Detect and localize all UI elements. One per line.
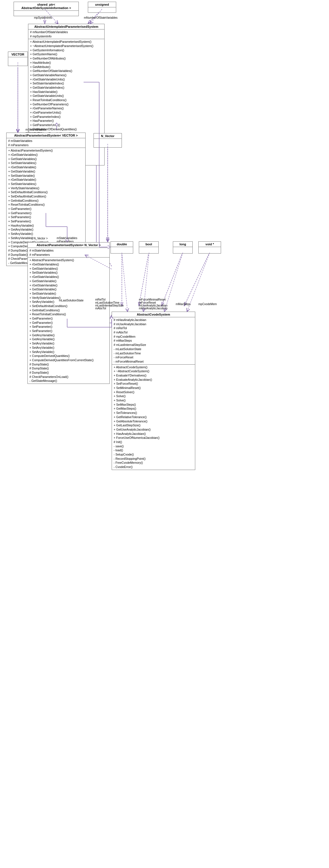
vector-section <box>8 57 28 66</box>
shared-ptr-box: shared_ptr< AbstractOdeSystemInformation… <box>13 2 79 16</box>
double-box: double <box>111 241 133 253</box>
unsigned-section <box>88 7 116 12</box>
void-ptr-section <box>199 247 221 253</box>
mMaxSteps-label: mMaxSteps <box>176 303 191 306</box>
aps-nvector-methods: + AbstractParameterisedSystem() + rGetSt… <box>28 257 109 383</box>
aps-vector-fields: # mStateVariables # mParameters <box>6 138 85 148</box>
bool-section <box>139 247 158 253</box>
abstract-cvode-title: AbstractCvodeSystem <box>112 312 195 317</box>
n-vector-label: < N_Vector > <box>31 237 48 240</box>
shared-ptr-title: shared_ptr< AbstractOdeSystemInformation… <box>14 2 79 11</box>
long-title: long <box>173 242 192 247</box>
vector-title: VECTOR <box>8 52 28 57</box>
svg-line-34 <box>122 253 127 312</box>
double-section <box>111 247 133 253</box>
mAbsTol-label: mAbsTol <box>95 307 106 310</box>
mForceMinimalReset-label: mForceMinimalReset <box>139 298 166 301</box>
bool-title: bool <box>139 242 158 247</box>
mpSystemInfo-label: mpSystemInfo <box>34 16 52 19</box>
double-title: double <box>111 242 133 247</box>
aps-nvector-title: AbstractParameterisedSystem< N_Vector > <box>28 243 109 248</box>
unsigned-title: unsigned <box>88 2 116 7</box>
n-vector-section <box>94 139 122 147</box>
mRelTol-label: mRelTol <box>95 298 106 301</box>
unsigned-box: unsigned <box>88 2 116 13</box>
mLastSolutionState-label: mLastSolutionState <box>59 299 84 302</box>
n-vector-title: N_Vector <box>94 133 122 139</box>
abstract-cvode-methods: + AbstractCvodeSystem() + ~AbstractCvode… <box>112 365 195 470</box>
mStateVariables-label: mStateVariables <box>26 128 46 131</box>
abstract-cvode-system-box: AbstractCvodeSystem # mHasAnalyticJacobi… <box>112 312 195 470</box>
svg-line-16 <box>184 252 210 306</box>
void-ptr-box: void * <box>198 241 221 253</box>
n-vector-box: N_Vector <box>93 133 122 148</box>
abstract-cvode-fields: # mHasAnalyticJacobian # mUseAnalyticJac… <box>112 317 195 365</box>
mHasAnalyticJacobian-label: mHasAnalyticJacobian <box>139 307 168 310</box>
long-box: long <box>173 241 193 253</box>
mStateVariables2-label: mStateVariables <box>57 237 77 240</box>
vector-box: VECTOR <box>8 52 28 66</box>
aps-vector-title: AbstractParameterisedSystem< VECTOR > <box>6 133 85 138</box>
void-ptr-title: void * <box>199 242 221 247</box>
mpCvodeMem-label: mpCvodeMem <box>198 303 217 306</box>
aps-nvector-fields: # mStateVariables # mParameters <box>28 248 109 257</box>
mNumberOfStateVariables-label: mNumberOfStateVariables <box>84 16 118 19</box>
long-section <box>173 247 192 253</box>
diagram-container: shared_ptr< AbstractOdeSystemInformation… <box>0 0 329 868</box>
abstract-parameterised-system-nvector-box: AbstractParameterisedSystem< N_Vector > … <box>28 242 110 384</box>
bool-box: bool <box>139 241 159 253</box>
aups-title: AbstractUntemplatedParameterisedSystem <box>28 24 104 29</box>
shared-ptr-section <box>14 11 79 16</box>
aups-fields: # mNumberOfStateVariables # mpSystemInfo <box>28 29 104 39</box>
